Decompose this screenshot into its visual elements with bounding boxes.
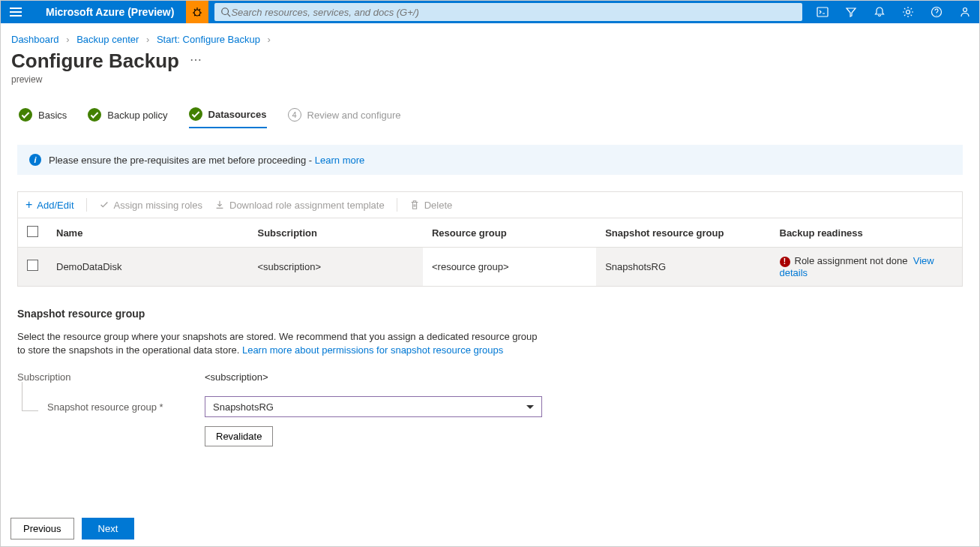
chevron-right-icon: › — [146, 34, 149, 45]
hamburger-icon — [10, 8, 22, 17]
readiness-text: Role assignment not done — [795, 255, 908, 266]
top-bar: Microsoft Azure (Preview) — [1, 1, 979, 23]
datasource-toolbar: + Add/Edit Assign missing roles Download… — [17, 191, 963, 218]
info-icon: i — [29, 154, 41, 166]
add-edit-label: Add/Edit — [37, 200, 73, 211]
col-snapshot-rg[interactable]: Snapshot resource group — [596, 218, 770, 248]
step-datasources-label: Datasources — [208, 109, 267, 120]
delete-button: Delete — [409, 200, 453, 211]
cell-name: DemoDataDisk — [47, 248, 248, 286]
step-backup-policy[interactable]: Backup policy — [88, 107, 167, 128]
info-banner: i Please ensure the pre-requisites are m… — [17, 145, 963, 175]
svg-line-3 — [199, 9, 200, 11]
wizard-footer: Previous Next — [10, 518, 134, 539]
col-name[interactable]: Name — [47, 218, 248, 248]
step-review: 4 Review and configure — [288, 107, 401, 128]
global-search[interactable] — [214, 3, 802, 21]
check-icon — [19, 108, 32, 122]
col-backup-readiness[interactable]: Backup readiness — [771, 218, 963, 248]
step-number-icon: 4 — [288, 108, 301, 122]
preview-bug-icon[interactable] — [186, 1, 208, 23]
add-edit-button[interactable]: + Add/Edit — [25, 198, 74, 212]
breadcrumb-dashboard[interactable]: Dashboard — [11, 34, 59, 45]
step-backup-policy-label: Backup policy — [107, 110, 167, 121]
search-input[interactable] — [231, 7, 796, 18]
step-basics[interactable]: Basics — [19, 107, 67, 128]
hamburger-menu[interactable] — [1, 1, 31, 23]
page-title: Configure Backup — [11, 50, 179, 73]
step-basics-label: Basics — [38, 110, 67, 121]
download-template-label: Download role assignment template — [229, 200, 385, 211]
wizard-steps: Basics Backup policy Datasources 4 Revie… — [1, 85, 979, 128]
assign-roles-label: Assign missing roles — [114, 200, 203, 211]
col-subscription[interactable]: Subscription — [248, 218, 423, 248]
chevron-right-icon: › — [268, 34, 271, 45]
separator — [86, 198, 87, 212]
feedback-icon[interactable] — [951, 1, 979, 23]
step-datasources[interactable]: Datasources — [189, 107, 267, 128]
snapshot-rg-select[interactable]: SnapshotsRG — [205, 396, 542, 417]
cell-resource-group: <resource group> — [423, 248, 596, 286]
subscription-value: <subscription> — [205, 371, 268, 383]
snapshot-rg-section: Snapshot resource group Select the resou… — [17, 308, 963, 447]
cell-snapshot-rg: SnapshotsRG — [596, 248, 770, 286]
section-heading: Snapshot resource group — [17, 308, 963, 320]
trash-icon — [409, 200, 420, 210]
top-icons — [808, 1, 979, 23]
banner-learn-more-link[interactable]: Learn more — [315, 155, 364, 166]
breadcrumb: Dashboard › Backup center › Start: Confi… — [1, 23, 979, 45]
assign-roles-button: Assign missing roles — [99, 200, 203, 211]
help-icon[interactable] — [922, 1, 951, 23]
brand-label[interactable]: Microsoft Azure (Preview) — [31, 6, 181, 18]
directory-filter-icon[interactable] — [837, 1, 865, 23]
chevron-right-icon: › — [66, 34, 69, 45]
next-button[interactable]: Next — [82, 518, 135, 539]
more-actions-icon[interactable]: ⋯ — [190, 53, 202, 70]
cell-subscription: <subscription> — [248, 248, 423, 286]
separator — [397, 198, 397, 212]
col-resource-group[interactable]: Resource group — [423, 218, 596, 248]
check-icon — [99, 200, 109, 210]
download-icon — [214, 200, 225, 210]
notifications-icon[interactable] — [865, 1, 894, 23]
svg-line-9 — [228, 14, 231, 17]
breadcrumb-backup-center[interactable]: Backup center — [76, 34, 139, 45]
search-icon — [220, 7, 231, 17]
delete-label: Delete — [424, 200, 453, 211]
check-icon — [88, 108, 101, 122]
table-row[interactable]: DemoDataDisk <subscription> <resource gr… — [18, 248, 962, 286]
snapshot-rg-row: Snapshot resource group * SnapshotsRG — [17, 396, 963, 417]
chevron-down-icon — [526, 405, 534, 409]
snapshot-rg-label: Snapshot resource group * — [17, 401, 205, 413]
section-desc: Select the resource group where your sna… — [17, 330, 542, 359]
svg-rect-10 — [817, 8, 828, 17]
cloud-shell-icon[interactable] — [808, 1, 837, 23]
row-checkbox[interactable] — [27, 260, 38, 271]
datasource-table: Name Subscription Resource group Snapsho… — [17, 218, 963, 287]
section-learn-more-link[interactable]: Learn more about permissions for snapsho… — [242, 344, 503, 356]
breadcrumb-configure-backup[interactable]: Start: Configure Backup — [157, 34, 260, 45]
banner-text: Please ensure the pre-requisites are met… — [49, 155, 315, 166]
svg-line-2 — [194, 9, 196, 11]
check-icon — [189, 107, 202, 121]
plus-icon: + — [25, 198, 32, 212]
download-template-button: Download role assignment template — [214, 200, 385, 211]
cell-readiness: !Role assignment not done View details — [771, 248, 963, 286]
select-all-checkbox[interactable] — [27, 226, 38, 237]
page-title-row: Configure Backup ⋯ — [1, 45, 979, 73]
subscription-row: Subscription <subscription> — [17, 371, 963, 383]
info-banner-text: Please ensure the pre-requisites are met… — [49, 155, 364, 166]
settings-icon[interactable] — [894, 1, 922, 23]
snapshot-rg-value: SnapshotsRG — [213, 401, 274, 413]
svg-point-8 — [222, 8, 229, 15]
page-subtitle: preview — [1, 73, 979, 85]
svg-point-13 — [964, 8, 967, 12]
error-icon: ! — [780, 257, 790, 267]
step-review-label: Review and configure — [307, 110, 401, 121]
bug-icon — [191, 6, 203, 18]
revalidate-button[interactable]: Revalidate — [205, 426, 273, 446]
subscription-label: Subscription — [17, 371, 205, 383]
previous-button[interactable]: Previous — [10, 518, 74, 539]
svg-point-11 — [907, 11, 910, 14]
